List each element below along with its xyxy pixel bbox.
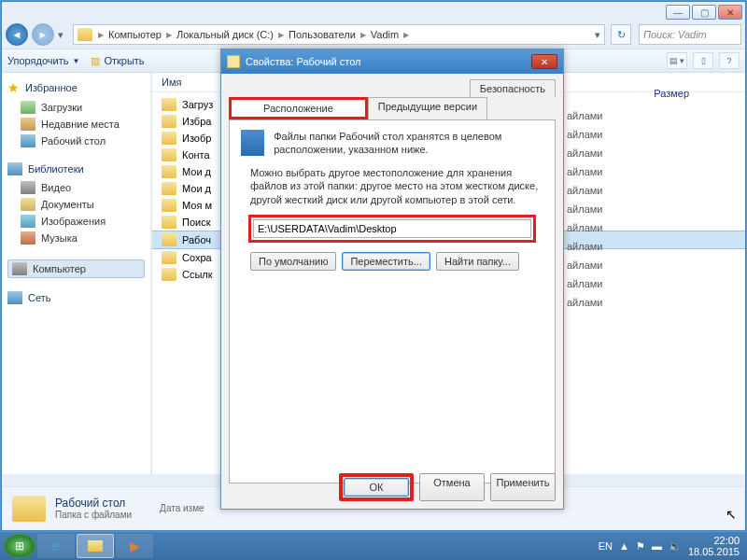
dialog-action-buttons: По умолчанию Переместить... Найти папку.… [241, 252, 543, 271]
minimize-button[interactable]: — [666, 5, 690, 20]
sidebar-item-desktop[interactable]: Рабочий стол [7, 133, 145, 149]
maximize-button[interactable]: ▢ [692, 5, 716, 20]
nav-history-dropdown[interactable]: ▾ [58, 29, 69, 41]
folder-icon [162, 165, 176, 178]
chevron-right-icon: ▶ [276, 31, 286, 39]
help-button[interactable]: ? [719, 52, 740, 69]
breadcrumb-item[interactable]: Компьютер [106, 29, 164, 40]
apply-button[interactable]: Применить [490, 473, 556, 501]
sidebar-item-video[interactable]: Видео [7, 179, 145, 196]
monitor-icon [241, 130, 264, 156]
sidebar-item-recent[interactable]: Недавние места [7, 116, 145, 133]
folder-icon [162, 233, 176, 246]
pictures-icon [21, 215, 35, 228]
clock[interactable]: 22:00 18.05.2015 [688, 535, 740, 557]
taskbar-explorer[interactable] [77, 534, 114, 558]
dialog-tabs: Общие Доступ Безопасность Расположение П… [221, 74, 563, 119]
chevron-right-icon: ▶ [96, 31, 106, 39]
dialog-close-button[interactable]: ✕ [531, 54, 557, 69]
chevron-right-icon: ▶ [164, 31, 174, 39]
window-controls: — ▢ ✕ [666, 5, 742, 20]
tab-previous-versions[interactable]: Предыдущие версии [368, 97, 487, 119]
sidebar-item-downloads[interactable]: Загрузки [7, 99, 145, 116]
find-target-button[interactable]: Найти папку... [436, 252, 519, 271]
network-icon [7, 291, 22, 304]
tab-security[interactable]: Безопасность [470, 79, 556, 97]
breadcrumb-item[interactable]: Vadim [368, 29, 402, 40]
dialog-titlebar[interactable]: Свойства: Рабочий стол ✕ [221, 49, 563, 74]
tray-flag-icon[interactable]: ▲ [619, 540, 629, 552]
sidebar-item-computer[interactable]: Компьютер [7, 259, 145, 278]
move-button[interactable]: Переместить... [342, 252, 430, 271]
clock-date: 18.05.2015 [688, 546, 740, 557]
sidebar-favorites-header[interactable]: ★Избранное [7, 80, 145, 95]
folder-icon [162, 98, 176, 111]
folder-icon [162, 148, 176, 161]
sidebar-libraries-group: Библиотеки Видео Документы Изображения М… [7, 162, 145, 246]
navigation-pane: ★Избранное Загрузки Недавние места Рабоч… [2, 73, 151, 474]
tray-network-icon[interactable]: ▬ [652, 540, 662, 552]
start-button[interactable]: ⊞ [4, 534, 35, 558]
clock-time: 22:00 [688, 535, 740, 546]
taskbar-ie[interactable]: e [37, 534, 75, 558]
ok-button[interactable]: ОК [344, 478, 409, 497]
file-type-text: айлами [567, 241, 603, 252]
file-type-text: айлами [567, 147, 603, 159]
preview-pane-button[interactable]: ▯ [693, 52, 713, 69]
organize-menu[interactable]: Упорядочить ▼ [7, 55, 79, 66]
sidebar-item-pictures[interactable]: Изображения [7, 213, 145, 230]
column-name[interactable]: Имя [162, 77, 181, 88]
star-icon: ★ [7, 80, 20, 95]
tab-location[interactable]: Расположение [229, 97, 368, 119]
sidebar-item-network[interactable]: Сеть [7, 291, 145, 304]
system-tray: EN ▲ ⚑ ▬ 🔈 22:00 18.05.2015 [599, 535, 743, 557]
breadcrumb-item[interactable]: Локальный диск (C:) [174, 29, 276, 40]
properties-dialog: Свойства: Рабочий стол ✕ Общие Доступ Бе… [220, 49, 564, 510]
details-subtitle: Папка с файлами [55, 510, 132, 520]
nav-row: ◄ ► ▾ ▶ Компьютер ▶ Локальный диск (C:) … [2, 21, 745, 49]
path-highlight [248, 215, 536, 243]
open-button[interactable]: ▥ Открыть [91, 55, 144, 67]
cancel-button[interactable]: Отмена [419, 473, 485, 501]
dropdown-icon[interactable]: ▾ [595, 29, 600, 41]
folder-icon [162, 251, 176, 264]
nav-back-button[interactable]: ◄ [6, 23, 28, 46]
column-size[interactable]: Размер [654, 88, 689, 99]
tray-volume-icon[interactable]: 🔈 [669, 540, 682, 553]
toolbar-right: ▤ ▾ ▯ ? [667, 52, 740, 69]
search-placeholder: Поиск: Vadim [643, 29, 707, 40]
folder-icon [162, 182, 176, 195]
ie-icon: e [52, 539, 60, 553]
breadcrumb-item[interactable]: Пользователи [286, 29, 359, 40]
language-indicator[interactable]: EN [599, 540, 613, 552]
cursor-icon: ↖ [726, 507, 737, 522]
refresh-button[interactable]: ↻ [611, 24, 631, 45]
recent-icon [21, 118, 35, 131]
file-type-text: айлами [567, 110, 603, 121]
media-player-icon: ▶ [130, 539, 140, 553]
folder-icon [162, 115, 176, 128]
tray-action-center-icon[interactable]: ⚑ [636, 540, 645, 553]
close-button[interactable]: ✕ [718, 5, 742, 20]
sidebar-favorites-group: ★Избранное Загрузки Недавние места Рабоч… [7, 80, 145, 149]
taskbar-media-player[interactable]: ▶ [116, 534, 153, 558]
search-input[interactable]: Поиск: Vadim [639, 24, 741, 45]
restore-default-button[interactable]: По умолчанию [250, 252, 336, 271]
documents-icon [21, 198, 35, 211]
video-icon [21, 181, 35, 194]
details-title: Рабочий стол [55, 497, 132, 510]
sidebar-item-music[interactable]: Музыка [7, 230, 145, 246]
file-type-text: айлами [567, 259, 603, 271]
dialog-title-text: Свойства: Рабочий стол [246, 56, 360, 67]
downloads-icon [21, 101, 35, 114]
sidebar-libraries-header[interactable]: Библиотеки [7, 162, 145, 175]
folder-large-icon [12, 496, 46, 522]
view-button[interactable]: ▤ ▾ [667, 52, 687, 69]
target-path-input[interactable] [253, 219, 531, 238]
nav-forward-button[interactable]: ► [32, 23, 54, 46]
address-bar[interactable]: ▶ Компьютер ▶ Локальный диск (C:) ▶ Поль… [73, 24, 605, 45]
file-type-text: айлами [567, 203, 603, 215]
file-type-text: айлами [567, 166, 603, 177]
sidebar-item-documents[interactable]: Документы [7, 196, 145, 213]
computer-icon [12, 262, 27, 275]
